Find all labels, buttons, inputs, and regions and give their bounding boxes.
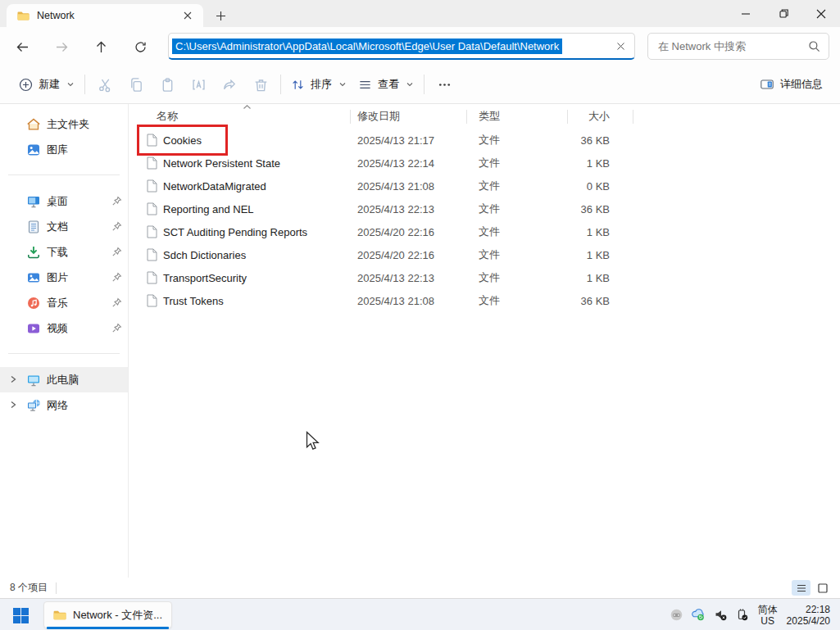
- cut-button[interactable]: [89, 70, 120, 98]
- sort-button[interactable]: 排序: [285, 72, 352, 97]
- back-button[interactable]: [9, 34, 35, 60]
- address-clear-icon[interactable]: [611, 37, 629, 55]
- column-header-type[interactable]: 类型: [466, 109, 567, 124]
- file-type: 文件: [466, 133, 567, 147]
- explorer-tab[interactable]: Network: [7, 4, 203, 27]
- details-pane-button[interactable]: 详细信息: [754, 72, 829, 97]
- table-row[interactable]: Reporting and NEL 2025/4/13 22:13 文件 36 …: [129, 197, 840, 220]
- file-date: 2025/4/13 21:08: [350, 180, 466, 193]
- details-view-toggle[interactable]: [792, 580, 810, 596]
- tab-close-button[interactable]: [179, 7, 197, 25]
- table-row[interactable]: TransportSecurity 2025/4/13 22:13 文件 1 K…: [129, 266, 840, 289]
- file-icon: [147, 134, 157, 147]
- download-icon: [26, 245, 41, 260]
- paste-button[interactable]: [152, 70, 183, 98]
- sidebar-item-desktop[interactable]: 桌面: [0, 188, 128, 214]
- item-count: 8 个项目: [10, 581, 48, 595]
- taskbar-app-explorer[interactable]: Network - 文件资...: [43, 601, 172, 628]
- sidebar-item-network[interactable]: 网络: [0, 392, 128, 418]
- sidebar-item-videos[interactable]: 视频: [0, 315, 128, 341]
- sidebar-item-home[interactable]: 主文件夹: [0, 111, 128, 137]
- close-button[interactable]: [802, 0, 840, 27]
- search-placeholder: 在 Network 中搜索: [658, 39, 808, 54]
- network-icon: [26, 398, 41, 413]
- start-button[interactable]: [11, 605, 30, 625]
- search-icon[interactable]: [808, 40, 820, 52]
- file-date: 2025/4/20 22:16: [350, 226, 466, 238]
- more-options-button[interactable]: [429, 70, 460, 98]
- file-name: Cookies: [163, 134, 202, 147]
- file-size: 1 KB: [567, 272, 633, 284]
- chevron-right-icon[interactable]: [8, 374, 18, 384]
- column-header-name[interactable]: 名称: [129, 109, 350, 124]
- new-button[interactable]: 新建: [13, 72, 80, 97]
- details-pane-label: 详细信息: [780, 77, 823, 92]
- table-row[interactable]: Cookies 2025/4/13 21:17 文件 36 KB: [129, 129, 840, 152]
- sidebar-item-label: 图库: [47, 143, 68, 157]
- taskbar-clock[interactable]: 22:18 2025/4/20: [787, 604, 833, 627]
- icons-view-toggle[interactable]: [813, 580, 832, 596]
- toolbar-divider: [280, 75, 281, 94]
- pin-icon: [111, 196, 122, 206]
- sidebar-item-pictures[interactable]: 图片: [0, 265, 128, 290]
- file-type: 文件: [466, 179, 567, 193]
- forward-button[interactable]: [48, 34, 75, 60]
- file-size: 36 KB: [567, 203, 633, 215]
- rename-button[interactable]: [183, 70, 214, 98]
- table-row[interactable]: SCT Auditing Pending Reports 2025/4/20 2…: [129, 220, 840, 243]
- tray-safely-remove-icon[interactable]: [735, 608, 749, 622]
- file-icon: [147, 294, 157, 307]
- sort-button-label: 排序: [311, 77, 332, 92]
- sidebar-item-this-pc[interactable]: 此电脑: [0, 367, 128, 392]
- language-indicator[interactable]: 简体 US: [756, 604, 779, 627]
- system-tray: 简体 US 22:18 2025/4/20: [670, 599, 833, 630]
- column-divider[interactable]: [350, 110, 351, 124]
- minimize-button[interactable]: [727, 0, 765, 27]
- sidebar-item-downloads[interactable]: 下载: [0, 239, 128, 265]
- table-row[interactable]: Network Persistent State 2025/4/13 22:14…: [129, 152, 840, 174]
- file-icon: [147, 179, 157, 193]
- file-type: 文件: [466, 224, 567, 239]
- column-header-date[interactable]: 修改日期: [350, 109, 466, 124]
- column-divider[interactable]: [567, 110, 568, 124]
- view-list-icon: [358, 78, 372, 92]
- tray-cloud-sync-icon[interactable]: [691, 608, 706, 622]
- share-button[interactable]: [214, 70, 245, 98]
- column-divider[interactable]: [633, 110, 633, 124]
- clock-date: 2025/4/20: [787, 615, 830, 627]
- copy-button[interactable]: [120, 70, 152, 98]
- status-divider: [56, 582, 57, 594]
- delete-button[interactable]: [245, 70, 276, 98]
- chevron-down-icon: [66, 80, 75, 88]
- titlebar: Network: [0, 0, 840, 27]
- pin-icon: [111, 272, 122, 283]
- chevron-down-icon: [338, 80, 347, 88]
- column-divider[interactable]: [466, 110, 467, 124]
- table-row[interactable]: Sdch Dictionaries 2025/4/20 22:16 文件 1 K…: [129, 243, 840, 266]
- new-tab-button[interactable]: [211, 7, 229, 25]
- active-app-indicator: [47, 627, 169, 629]
- sidebar-item-gallery[interactable]: 图库: [0, 137, 128, 162]
- refresh-button[interactable]: [127, 34, 153, 60]
- search-box[interactable]: 在 Network 中搜索: [647, 33, 829, 60]
- file-size: 1 KB: [567, 249, 633, 261]
- home-icon: [26, 117, 41, 132]
- column-header-row: 名称 修改日期 类型 大小: [129, 104, 840, 129]
- tray-gamebar-icon[interactable]: [670, 608, 683, 622]
- column-header-size[interactable]: 大小: [567, 109, 633, 124]
- restore-button[interactable]: [765, 0, 802, 27]
- sidebar-item-label: 视频: [47, 321, 68, 336]
- table-row[interactable]: Trust Tokens 2025/4/13 21:08 文件 36 KB: [129, 289, 840, 312]
- up-button[interactable]: [88, 34, 114, 60]
- address-bar[interactable]: C:\Users\Administrator\AppData\Local\Mic…: [168, 33, 635, 60]
- pictures-icon: [26, 270, 41, 285]
- file-type: 文件: [466, 247, 567, 262]
- view-button[interactable]: 查看: [352, 72, 420, 97]
- sidebar-item-documents[interactable]: 文档: [0, 214, 128, 239]
- chevron-right-icon[interactable]: [8, 400, 18, 410]
- table-row[interactable]: NetworkDataMigrated 2025/4/13 21:08 文件 0…: [129, 174, 840, 197]
- sidebar-divider: [8, 174, 120, 175]
- sidebar-item-music[interactable]: 音乐: [0, 290, 128, 315]
- sidebar-item-label: 桌面: [47, 194, 68, 209]
- tray-volume-muted-icon[interactable]: [714, 608, 728, 622]
